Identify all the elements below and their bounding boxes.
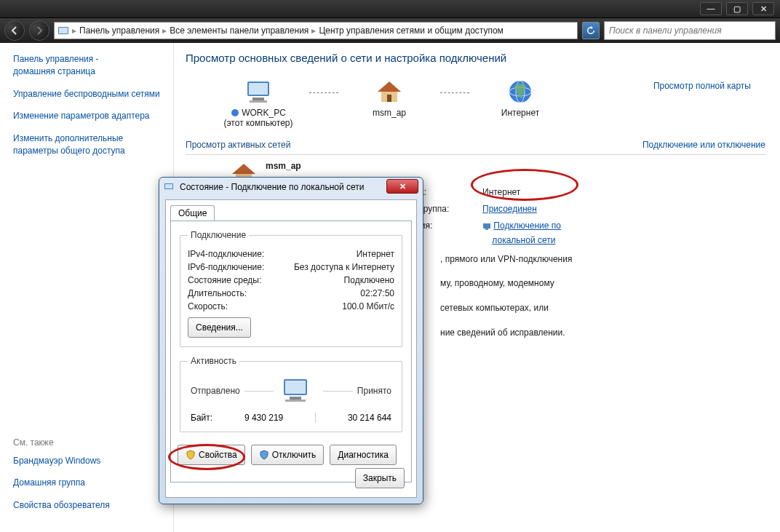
network-icon	[164, 181, 175, 193]
close-window-button[interactable]: ✕	[752, 2, 774, 15]
dialog-action-row: Свойства Отключить Диагностика	[178, 445, 397, 465]
map-network: msm_ap	[346, 76, 433, 118]
disable-button-label: Отключить	[272, 450, 317, 460]
sidebar-home-line1: Панель управления -	[13, 54, 99, 64]
tab-general[interactable]: Общие	[170, 205, 215, 221]
page-title: Просмотр основных сведений о сети и наст…	[186, 52, 765, 64]
bytes-recv: 30 214 644	[348, 413, 391, 423]
ipv6-label: IPv6-подключение:	[188, 262, 264, 272]
refresh-button[interactable]	[582, 22, 600, 39]
control-panel-icon	[57, 25, 69, 36]
map-internet: Интернет	[477, 76, 564, 118]
lan-icon	[482, 222, 491, 231]
shield-icon	[186, 450, 196, 460]
network-glyph-icon	[231, 108, 239, 117]
breadcrumb-seg-2[interactable]: Все элементы панели управления	[170, 25, 309, 36]
svg-rect-5	[250, 100, 267, 103]
detail-val-homegroup[interactable]: Присоединен	[482, 202, 765, 216]
see-also-section: См. также Брандмауэр Windows Домашняя гр…	[13, 437, 110, 522]
properties-button[interactable]: Свойства	[178, 445, 245, 465]
properties-button-label: Свойства	[199, 450, 237, 460]
nav-back-button[interactable]	[4, 20, 25, 41]
map-pc-sub: (этот компьютер)	[215, 118, 302, 128]
bytes-label: Байт:	[191, 413, 212, 423]
recv-label: Принято	[357, 386, 391, 396]
obscured-line-1: , прямого или VPN-подключения	[440, 247, 765, 272]
svg-rect-17	[485, 229, 488, 230]
speed-label: Скорость:	[188, 301, 228, 311]
speed-value: 100.0 Мбит/с	[342, 301, 394, 311]
detail-val-access: Интернет	[482, 186, 765, 199]
address-bar[interactable]: ▸ Панель управления ▸ Все элементы панел…	[54, 22, 578, 39]
status-dialog: Состояние - Подключение по локальной сет…	[159, 177, 423, 504]
svg-marker-13	[232, 164, 255, 174]
globe-icon	[477, 76, 564, 108]
sidebar-home-link[interactable]: Панель управления - домашняя страница	[13, 53, 166, 78]
map-net-name: msm_ap	[346, 108, 433, 118]
sidebar-sharing-link[interactable]: Изменить дополнительные параметры общего…	[13, 132, 166, 157]
see-also-ieprops[interactable]: Свойства обозревателя	[13, 499, 110, 512]
activity-computer-icon	[278, 376, 319, 405]
detail-val-conn[interactable]: Подключение по локальной сети	[482, 219, 765, 247]
lan-link-line1: Подключение по	[493, 221, 561, 231]
svg-rect-16	[483, 223, 490, 229]
sidebar-wireless-link[interactable]: Управление беспроводными сетями	[13, 88, 166, 100]
maximize-button[interactable]: ▢	[726, 2, 748, 15]
svg-marker-7	[378, 82, 401, 92]
svg-rect-23	[285, 400, 306, 402]
map-pc-name: WORK_PC	[242, 108, 286, 118]
close-button[interactable]: Закрыть	[355, 468, 405, 488]
active-network-name: msm_ap	[266, 161, 301, 171]
ipv6-value: Без доступа к Интернету	[294, 262, 394, 272]
disable-button[interactable]: Отключить	[251, 445, 325, 465]
obscured-line-2: му, проводному, модемному	[440, 271, 765, 296]
sent-label: Отправлено	[191, 386, 240, 396]
svg-rect-19	[165, 184, 172, 188]
obscured-text: , прямого или VPN-подключения му, провод…	[440, 247, 765, 345]
breadcrumb-seg-3[interactable]: Центр управления сетями и общим доступом	[319, 25, 504, 36]
search-input[interactable]	[608, 25, 772, 36]
svg-point-6	[231, 109, 239, 116]
group-connection-legend: Подключение	[188, 230, 249, 240]
search-box[interactable]	[604, 21, 776, 40]
sidebar-adapter-link[interactable]: Изменение параметров адаптера	[13, 110, 166, 122]
minimize-button[interactable]: —	[700, 2, 722, 15]
bytes-sent: 9 430 219	[244, 413, 283, 423]
ipv4-value: Интернет	[357, 249, 394, 259]
details-button[interactable]: Сведения...	[188, 317, 251, 338]
ipv4-label: IPv4-подключение:	[188, 249, 264, 259]
see-also-firewall[interactable]: Брандмауэр Windows	[13, 455, 110, 467]
explorer-toolbar: ▸ Панель управления ▸ Все элементы панел…	[0, 18, 780, 43]
tab-panel: Подключение IPv4-подключение:Интернет IP…	[170, 221, 412, 483]
svg-rect-21	[285, 381, 306, 394]
map-line-1	[309, 92, 338, 93]
media-state-label: Состояние среды:	[188, 275, 261, 285]
duration-value: 02:27:50	[360, 288, 394, 298]
dialog-close-button[interactable]: ✕	[386, 179, 418, 194]
full-map-link[interactable]: Просмотр полной карты	[653, 81, 751, 91]
active-networks-heading: Просмотр активных сетей Подключение или …	[186, 140, 765, 150]
nav-forward-button[interactable]	[29, 20, 49, 41]
window-chrome: — ▢ ✕	[0, 0, 780, 18]
map-internet-label: Интернет	[477, 108, 564, 118]
network-details: Тип доступа: Интернет Домашняя группа: П…	[375, 186, 765, 247]
breadcrumb-seg-1[interactable]: Панель управления	[79, 25, 159, 36]
active-networks-label: Просмотр активных сетей	[186, 140, 290, 150]
connect-disconnect-link[interactable]: Подключение или отключение	[642, 140, 765, 150]
chevron-right-icon: ▸	[162, 25, 167, 36]
obscured-line-3: сетевых компьютерах, или	[440, 296, 765, 321]
group-connection: Подключение IPv4-подключение:Интернет IP…	[180, 230, 402, 347]
diagnose-button[interactable]: Диагностика	[330, 445, 397, 465]
lan-link-line2: локальной сети	[492, 235, 555, 245]
media-state-value: Подключено	[344, 275, 394, 285]
house-icon	[346, 76, 433, 108]
sidebar: Панель управления - домашняя страница Уп…	[0, 43, 174, 532]
chevron-right-icon: ▸	[72, 25, 76, 36]
obscured-line-4: ние сведений об исправлении.	[440, 321, 765, 346]
dialog-titlebar[interactable]: Состояние - Подключение по локальной сет…	[159, 178, 423, 196]
map-this-pc: WORK_PC (этот компьютер)	[215, 76, 302, 128]
dialog-title: Состояние - Подключение по локальной сет…	[180, 182, 365, 192]
see-also-homegroup[interactable]: Домашняя группа	[13, 477, 110, 489]
sidebar-home-line2: домашняя страница	[13, 66, 95, 76]
svg-rect-9	[387, 95, 391, 102]
